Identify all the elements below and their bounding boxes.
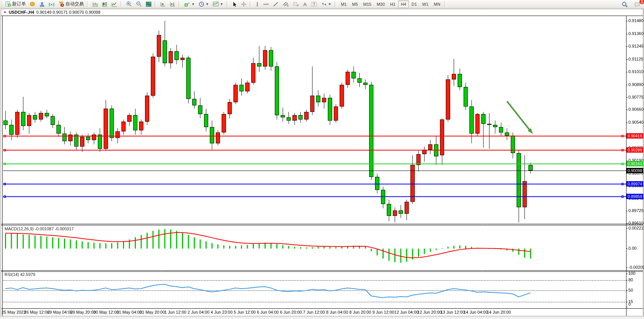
candlestick-chart-button[interactable]: [100, 0, 110, 8]
new-order-button[interactable]: 新订单: [3, 0, 28, 8]
dropdown-caret: ▼: [220, 2, 223, 6]
window-menu-icon[interactable]: ▼: [3, 11, 6, 14]
horizontal-line-tool[interactable]: [261, 0, 271, 8]
line-chart-icon: [112, 2, 117, 7]
zoom-in-button[interactable]: [124, 0, 134, 8]
time-axis-label: 12 Jun 20:00: [418, 310, 442, 314]
timeframe-m30[interactable]: M30: [374, 0, 387, 8]
price-chart-canvas[interactable]: [0, 0, 644, 319]
periods-button[interactable]: ▼: [197, 0, 211, 8]
svg-text:T: T: [313, 2, 316, 6]
zoom-out-button[interactable]: [134, 0, 144, 8]
time-axis-label: 30 May 12:00: [93, 310, 119, 314]
search-button[interactable]: [620, 0, 630, 9]
toolbar-grip: [1, 1, 2, 7]
rsi-axis-tick: 80: [628, 278, 633, 282]
timeframe-h1[interactable]: H1: [387, 0, 398, 8]
templates-button[interactable]: ▼: [211, 0, 225, 8]
vertical-line-tool[interactable]: [253, 0, 261, 8]
toolbar-right-tools: 1: [620, 0, 642, 9]
time-axis-label: 13 Jun 12:00: [440, 310, 465, 314]
accounts-button[interactable]: [37, 0, 47, 8]
macd-axis-tick: -0.00209: [628, 265, 644, 270]
timeframe-m15[interactable]: M15: [360, 0, 374, 8]
timeframe-w1[interactable]: W1: [419, 0, 431, 8]
price-axis-tick: 0.91010: [628, 69, 644, 74]
time-axis-label: 6 Jun 04:00: [257, 310, 279, 314]
notifications-button[interactable]: 1: [632, 0, 642, 9]
bar-chart-button[interactable]: [91, 0, 100, 8]
horizontal-line-icon: [263, 2, 269, 7]
crosshair-icon: [241, 2, 247, 7]
signals-button[interactable]: [47, 0, 56, 8]
auto-trading-icon: [58, 1, 64, 7]
cursor-icon: [232, 2, 237, 7]
macd-indicator-name: MACD(12,26,9): [5, 226, 33, 231]
chart-shift-button[interactable]: [168, 0, 177, 8]
timeframe-group: M1M5M15M30H1H4D1W1MN: [338, 0, 443, 8]
text-label-tool[interactable]: T: [309, 0, 319, 8]
time-axis-label: 1 Jun 12:00: [164, 310, 187, 314]
auto-trading-label: 自动交易: [65, 1, 84, 7]
toolbar-separator: [250, 1, 252, 7]
text-tool[interactable]: A: [301, 0, 309, 8]
periods-clock-icon: [199, 2, 204, 7]
tile-windows-button[interactable]: [144, 0, 153, 8]
history-center-button[interactable]: [28, 0, 37, 8]
chart-title-bar[interactable]: ▼ USDCHF-,H4 0.90149 0.90171 0.90070 0.9…: [1, 9, 628, 15]
dropdown-caret: ▼: [206, 2, 209, 6]
crosshair-tool-button[interactable]: [239, 0, 249, 8]
svg-text:E: E: [287, 4, 289, 7]
timeframe-d1[interactable]: D1: [409, 0, 419, 8]
indicators-button[interactable]: ▼: [182, 0, 197, 8]
ohlc-readout: 0.90149 0.90171 0.90070 0.90098: [37, 10, 100, 14]
gold-coins-icon: [30, 2, 35, 7]
timeframe-m5[interactable]: M5: [349, 0, 360, 8]
equidistant-channel-tool[interactable]: E: [281, 0, 291, 8]
macd-pane-label: MACD(12,26,9) -0.001087 -0.000317: [5, 226, 74, 231]
candlestick-chart-icon: [102, 2, 108, 7]
signal-icon: [49, 2, 54, 7]
toolbar-separator: [179, 1, 181, 7]
auto-scroll-button[interactable]: [158, 0, 168, 8]
price-axis-tick: 0.89610: [628, 221, 644, 225]
time-axis-label: 29 May 20:00: [70, 310, 96, 314]
time-axis-label: 2 Jun 04:00: [188, 310, 210, 314]
svg-text:F: F: [297, 4, 299, 7]
fibonacci-tool[interactable]: F: [291, 0, 301, 8]
trendline-tool[interactable]: [271, 0, 281, 8]
price-level-badge: 0.90163: [626, 161, 643, 166]
rsi-axis-tick: 0: [628, 302, 631, 306]
time-axis-label: 9 Jun 12:00: [372, 310, 394, 314]
arrows-icon: [321, 2, 327, 7]
auto-scroll-icon: [160, 2, 166, 7]
cursor-tool-button[interactable]: [230, 0, 239, 8]
price-level-badge: 0.90419: [626, 133, 643, 139]
rsi-axis-tick: 50: [628, 288, 633, 292]
timeframe-mn[interactable]: MN: [431, 0, 443, 8]
text-icon: A: [303, 2, 308, 7]
timeframe-h4[interactable]: H4: [398, 0, 409, 8]
toolbar-separator: [155, 1, 157, 7]
time-axis-label: 12 Jun 04:00: [394, 310, 419, 314]
time-axis-label: 14 Jun 04:00: [464, 310, 488, 314]
price-axis-tick: 0.89725: [628, 208, 644, 213]
toolbar-separator: [87, 1, 89, 7]
arrows-tool[interactable]: ▼: [319, 0, 333, 8]
indicators-icon: [184, 1, 190, 7]
line-chart-button[interactable]: [110, 0, 119, 8]
new-order-icon: [5, 1, 11, 7]
fibonacci-icon: F: [293, 1, 299, 7]
zoom-out-icon: [136, 1, 142, 7]
current-price-badge: 0.90098: [626, 168, 643, 173]
search-icon: [622, 2, 628, 8]
timeframe-m1[interactable]: M1: [338, 0, 349, 8]
equidistant-channel-icon: E: [282, 1, 289, 7]
notification-badge: 1: [639, 0, 644, 4]
time-axis-label: 25 May 2023: [2, 310, 26, 314]
main-toolbar: 新订单 自动交易: [0, 0, 644, 8]
svg-text:A: A: [303, 2, 307, 7]
auto-trading-button[interactable]: 自动交易: [56, 0, 86, 8]
price-level-badge: 0.89974: [626, 181, 643, 187]
toolbar-separator: [335, 1, 337, 7]
